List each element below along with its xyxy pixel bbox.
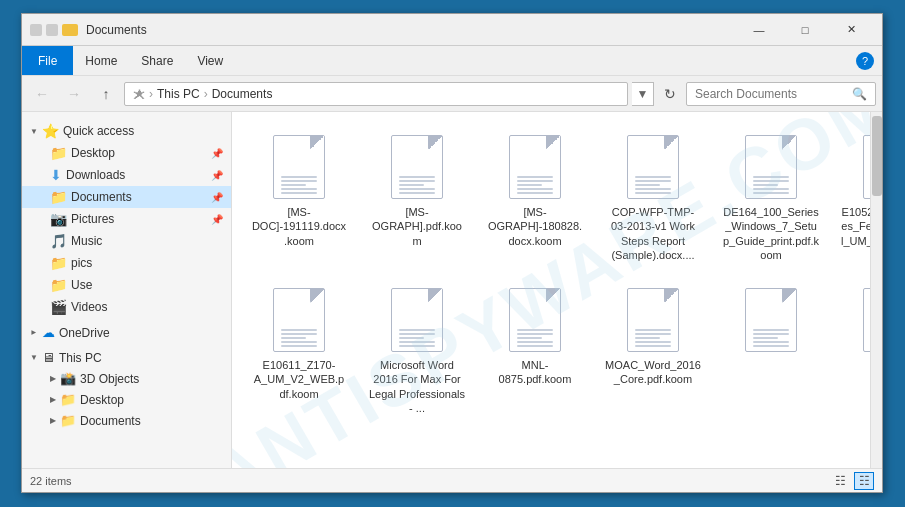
sidebar-videos-label: Videos [71,300,107,314]
sidebar-thispc-label: This PC [59,351,102,365]
file-name: COP-WFP-TMP-03-2013-v1 Work Steps Report… [605,205,701,262]
chevron-down-icon-thispc: ▼ [30,353,38,362]
documents2-icon: 📁 [60,413,76,428]
refresh-button[interactable]: ↻ [658,82,682,106]
file-item[interactable]: [MS-OGRAPH]-180828.docx.koom [480,124,590,269]
title-bar: Documents — □ ✕ [22,14,882,46]
sidebar-item-documents[interactable]: 📁 Documents 📌 [22,186,231,208]
sidebar-item-pics[interactable]: 📁 pics [22,252,231,274]
sidebar-pictures-label: Pictures [71,212,114,226]
window-title: Documents [86,23,736,37]
sidebar-item-downloads[interactable]: ⬇ Downloads 📌 [22,164,231,186]
sidebar-desktop-label: Desktop [71,146,115,160]
close-button[interactable]: ✕ [828,14,874,46]
sidebar-onedrive-label: OneDrive [59,326,110,340]
address-current: Documents [212,87,273,101]
file-item[interactable]: E10527_Z170_Series_Feature_Manual_UM_WEB… [834,124,870,269]
search-icon: 🔍 [852,87,867,101]
file-icon [503,284,567,356]
file-item[interactable] [834,277,870,422]
file-icon [267,284,331,356]
file-area: ANTISPYWARE.COM [MS-DOC]-191119.docx.koo… [232,112,870,468]
file-item[interactable]: DE164_100_Series_Windows_7_Setup_Guide_p… [716,124,826,269]
sidebar-documents2-label: Documents [80,414,141,428]
menu-bar: File Home Share View ? [22,46,882,76]
file-item[interactable]: [MS-DOC]-191119.docx.koom [244,124,354,269]
file-name: DE164_100_Series_Windows_7_Setup_Guide_p… [723,205,819,262]
sidebar-desktop2-label: Desktop [80,393,124,407]
file-icon [621,284,685,356]
file-item[interactable] [716,277,826,422]
list-view-button[interactable]: ☷ [830,472,850,490]
sidebar-item-videos[interactable]: 🎬 Videos [22,296,231,318]
grid-view-button[interactable]: ☷ [854,472,874,490]
downloads-icon: ⬇ [50,167,62,183]
title-icon-2 [46,24,58,36]
sidebar-music-label: Music [71,234,102,248]
up-button[interactable]: ↑ [92,82,120,106]
folder-icon-use: 📁 [50,277,67,293]
sidebar-use-label: Use [71,278,92,292]
onedrive-icon: ☁ [42,325,55,340]
minimize-button[interactable]: — [736,14,782,46]
pin-icon-desktop: 📌 [211,148,223,159]
file-name: MOAC_Word_2016_Core.pdf.koom [605,358,701,387]
file-name: E10527_Z170_Series_Feature_Manual_UM_WEB… [841,205,870,262]
search-box: 🔍 [686,82,876,106]
sidebar-item-documents2[interactable]: ▶ 📁 Documents [22,410,231,431]
chevron-right-desktop2: ▶ [50,395,56,404]
folder-icon-desktop: 📁 [50,145,67,161]
file-name: [MS-OGRAPH].pdf.koom [369,205,465,248]
chevron-down-icon: ▼ [30,127,38,136]
menu-file[interactable]: File [22,46,73,75]
pin-icon-pictures: 📌 [211,214,223,225]
sidebar-item-music[interactable]: 🎵 Music [22,230,231,252]
sidebar-section-quick-access: ▼ ⭐ Quick access 📁 Desktop 📌 ⬇ Downloads… [22,120,231,318]
sidebar-group-onedrive[interactable]: ▼ ☁ OneDrive [22,322,231,343]
sidebar-item-3dobjects[interactable]: ▶ 📸 3D Objects [22,368,231,389]
file-name: MNL-0875.pdf.koom [487,358,583,387]
chevron-right-icon-onedrive: ▼ [29,329,38,337]
back-button[interactable]: ← [28,82,56,106]
title-icon-folder [62,24,78,36]
forward-button[interactable]: → [60,82,88,106]
address-sep1: › [149,87,153,101]
dropdown-button[interactable]: ▼ [632,82,654,106]
folder-icon-documents: 📁 [50,189,67,205]
file-icon [621,131,685,203]
address-path[interactable]: 🟊 › This PC › Documents [124,82,628,106]
file-item[interactable]: MNL-0875.pdf.koom [480,277,590,422]
menu-share[interactable]: Share [129,46,185,75]
pin-icon-documents: 📌 [211,192,223,203]
file-icon [739,131,803,203]
sidebar-group-thispc[interactable]: ▼ 🖥 This PC [22,347,231,368]
menu-view[interactable]: View [185,46,235,75]
maximize-button[interactable]: □ [782,14,828,46]
star-icon: ⭐ [42,123,59,139]
file-scrollbar[interactable] [870,112,882,468]
items-count: 22 items [30,475,72,487]
sidebar-group-quick-access[interactable]: ▼ ⭐ Quick access [22,120,231,142]
sidebar-item-use[interactable]: 📁 Use [22,274,231,296]
file-item[interactable]: E10611_Z170-A_UM_V2_WEB.pdf.koom [244,277,354,422]
sidebar-item-pictures[interactable]: 📷 Pictures 📌 [22,208,231,230]
sidebar-3dobjects-label: 3D Objects [80,372,139,386]
sidebar-item-desktop[interactable]: 📁 Desktop 📌 [22,142,231,164]
search-input[interactable] [695,87,848,101]
file-item[interactable]: Microsoft Word 2016 For Max For Legal Pr… [362,277,472,422]
sidebar: ▼ ⭐ Quick access 📁 Desktop 📌 ⬇ Downloads… [22,112,232,468]
address-crumb-root: 🟊 [133,87,145,101]
file-item[interactable]: [MS-OGRAPH].pdf.koom [362,124,472,269]
sidebar-item-desktop2[interactable]: ▶ 📁 Desktop [22,389,231,410]
pictures-icon: 📷 [50,211,67,227]
objects3d-icon: 📸 [60,371,76,386]
menu-home[interactable]: Home [73,46,129,75]
file-item[interactable]: MOAC_Word_2016_Core.pdf.koom [598,277,708,422]
chevron-right-documents2: ▶ [50,416,56,425]
status-bar: 22 items ☷ ☷ [22,468,882,492]
sidebar-section-onedrive: ▼ ☁ OneDrive [22,322,231,343]
help-icon[interactable]: ? [856,52,874,70]
quick-access-label: Quick access [63,124,134,138]
sidebar-documents-label: Documents [71,190,132,204]
file-item[interactable]: COP-WFP-TMP-03-2013-v1 Work Steps Report… [598,124,708,269]
